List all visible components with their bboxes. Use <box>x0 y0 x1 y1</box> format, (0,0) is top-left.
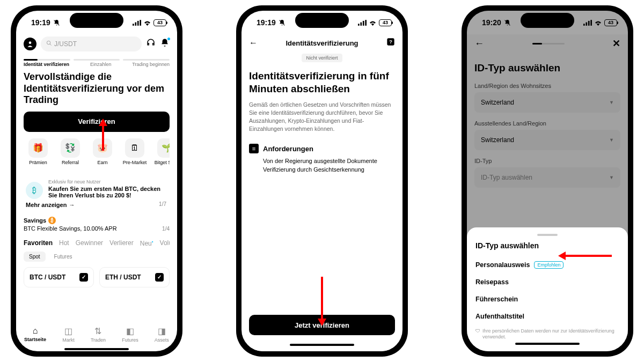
bottom-sheet: ID-Typ auswählen PersonalausweisEmpfohle… <box>467 227 628 351</box>
svg-text:?: ? <box>389 39 392 45</box>
document-icon: ≡ <box>249 144 259 153</box>
status-time: 19:19 <box>257 18 276 27</box>
avatar-icon[interactable] <box>24 38 36 50</box>
savings-title: Savings₿ <box>24 217 170 224</box>
annotation-arrow-icon <box>97 119 109 151</box>
home-indicator[interactable] <box>64 348 129 350</box>
svg-line-7 <box>50 44 52 46</box>
topbar: J/USDT <box>24 34 170 54</box>
home-indicator[interactable] <box>290 344 354 346</box>
market-tabs[interactable]: Favoriten Hot Gewinner Verlierer Neu Vol… <box>24 239 170 247</box>
status-time: 19:19 <box>31 18 50 27</box>
help-icon[interactable]: ? <box>382 38 395 48</box>
shortcut-referral[interactable]: 💱Referral <box>56 138 85 165</box>
shortcut-seed[interactable]: 🌱Bitget Seed <box>152 138 170 165</box>
svg-rect-16 <box>583 24 585 26</box>
pair-btc[interactable]: BTC / USDT✓ <box>24 267 94 287</box>
nav-startseite[interactable]: ⌂Startseite <box>24 326 46 343</box>
search-icon <box>46 40 52 48</box>
nav-markt[interactable]: ◫Markt <box>62 326 75 343</box>
option-aufenthaltstitel[interactable]: Aufenthaltstitel <box>475 308 619 325</box>
trade-icon: ⇅ <box>91 326 106 336</box>
tab-favoriten[interactable]: Favoriten <box>24 239 53 247</box>
tab-volumen[interactable]: Volumen <box>160 239 170 247</box>
svg-rect-11 <box>363 20 364 25</box>
bell-off-icon <box>504 19 511 26</box>
btc-badge-icon: ₿ <box>48 217 56 224</box>
svg-rect-17 <box>586 22 587 25</box>
btc-icon: ₿ <box>26 182 43 199</box>
bottom-nav[interactable]: ⌂Startseite ◫Markt ⇅Traden ◧Futures ◨Ass… <box>16 322 177 346</box>
requirement-1: Von der Regierung ausgestellte Dokumente <box>263 158 395 164</box>
arrow-right-icon: → <box>69 202 75 208</box>
svg-rect-18 <box>588 20 590 25</box>
shield-icon: 🛡 <box>475 328 480 341</box>
tab-hot[interactable]: Hot <box>59 239 69 247</box>
nav-assets[interactable]: ◨Assets <box>155 326 169 343</box>
signal-icon <box>358 20 367 26</box>
tab-neu[interactable]: Neu <box>140 239 153 247</box>
calendar-icon: 🗓 <box>125 138 144 158</box>
bell-icon[interactable] <box>160 38 170 50</box>
phone-3: 19:20 43 ← ✕ ID-Typ auswählen Land/Regio… <box>462 5 633 357</box>
option-reisepass[interactable]: Reisepass <box>475 274 619 291</box>
savings-sub[interactable]: BTC Flexible Savings, 10.00% APR1/4 <box>24 225 170 232</box>
battery-icon: 43 <box>604 19 617 26</box>
wallet-icon: ◨ <box>155 326 169 336</box>
status-chip: Nicht verifiziert <box>302 54 342 62</box>
wifi-icon <box>143 20 151 26</box>
shortcut-praemien[interactable]: 🎁Prämien <box>24 138 53 165</box>
svg-point-5 <box>29 41 32 44</box>
search-input[interactable]: J/USDT <box>41 36 142 51</box>
seed-icon: 🌱 <box>157 138 170 158</box>
notch <box>70 13 123 28</box>
nav-futures[interactable]: ◧Futures <box>122 326 138 343</box>
market-subtabs[interactable]: Spot Futures <box>24 252 170 262</box>
signal-icon <box>133 20 141 26</box>
battery-icon: 43 <box>379 19 392 26</box>
wifi-icon <box>594 20 602 26</box>
headset-icon[interactable] <box>146 38 156 50</box>
bell-off-icon <box>279 19 286 26</box>
home-icon: ⌂ <box>24 326 46 336</box>
signal-icon <box>583 20 592 26</box>
svg-rect-9 <box>358 24 360 26</box>
header-title: Identitätsverifizierung <box>286 39 358 47</box>
page-desc: Gemäß den örtlichen Gesetzen und Vorschr… <box>249 101 395 134</box>
pair-eth[interactable]: ETH / USDT✓ <box>99 267 170 287</box>
futures-icon: ◧ <box>122 326 138 336</box>
svg-rect-2 <box>135 22 136 25</box>
header: ← Identitätsverifizierung ? <box>249 34 395 51</box>
annotation-arrow-icon <box>558 249 612 262</box>
notch <box>295 13 349 28</box>
phone-1: 19:19 43 J/USDT <box>11 5 182 357</box>
referral-icon: 💱 <box>61 138 80 158</box>
requirements-header: ≡ Anforderungen <box>249 144 395 153</box>
home-indicator[interactable] <box>515 343 580 345</box>
screen-2: 19:19 43 ← Identitätsverifizierung ? Nic… <box>241 11 402 351</box>
promo-page: 1/7 <box>159 201 166 207</box>
check-icon: ✓ <box>155 273 164 282</box>
tab-gewinner[interactable]: Gewinner <box>76 239 103 247</box>
nav-traden[interactable]: ⇅Traden <box>91 326 106 343</box>
svg-rect-3 <box>137 20 139 25</box>
svg-rect-12 <box>365 20 367 26</box>
svg-rect-19 <box>590 20 592 26</box>
sheet-handle[interactable] <box>537 234 558 236</box>
privacy-note: 🛡Ihre persönlichen Daten werden nur zur … <box>475 328 619 341</box>
promo-card[interactable]: ₿ Exklusiv für neue Nutzer Kaufen Sie zu… <box>24 174 170 210</box>
subtab-futures[interactable]: Futures <box>49 252 78 262</box>
progress-steps <box>24 59 170 61</box>
svg-rect-4 <box>140 20 141 26</box>
tab-verlierer[interactable]: Verlierer <box>109 239 134 247</box>
content-2: ← Identitätsverifizierung ? Nicht verifi… <box>241 34 402 351</box>
svg-point-6 <box>47 41 50 44</box>
option-fuehrerschein[interactable]: Führerschein <box>475 291 619 308</box>
battery-icon: 43 <box>153 19 166 26</box>
subtab-spot[interactable]: Spot <box>24 252 46 262</box>
gift-icon: 🎁 <box>28 138 48 158</box>
promo-more[interactable]: Mehr anzeigen→ <box>26 202 167 208</box>
content-1: J/USDT Identität verifizieren Einzahlen … <box>16 34 177 322</box>
shortcut-premarket[interactable]: 🗓Pre-Market <box>120 138 149 165</box>
back-button[interactable]: ← <box>249 38 262 48</box>
